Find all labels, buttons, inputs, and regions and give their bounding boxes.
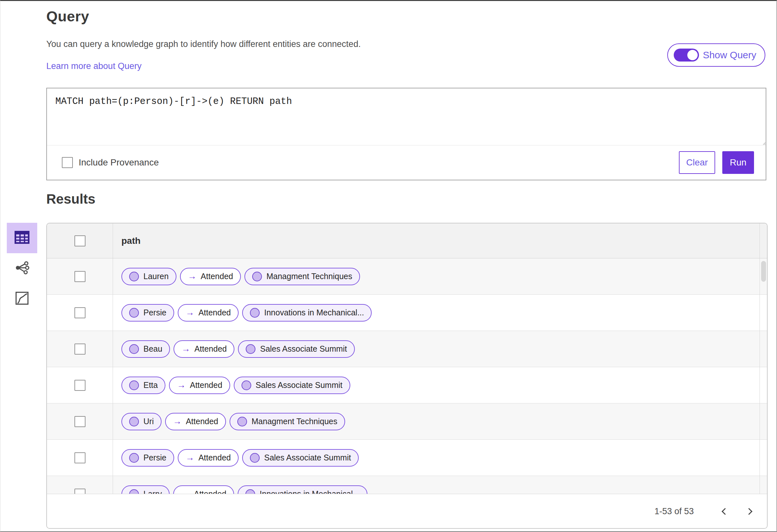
object-label: Sales Associate Summit: [260, 344, 347, 353]
relation-chip[interactable]: → Attended: [174, 340, 234, 358]
entity-node-icon: [246, 344, 255, 354]
include-provenance-label: Include Provenance: [79, 157, 159, 168]
arrow-icon: →: [177, 380, 186, 390]
row-checkbox-cell: [47, 295, 113, 331]
network-icon: [14, 260, 30, 277]
path-cell: Persie → Attended Innovations in Mechani…: [113, 295, 767, 331]
subject-label: Uri: [143, 417, 154, 426]
path-cell: Persie → Attended Sales Associate Summit: [113, 440, 767, 476]
select-all-checkbox[interactable]: [75, 235, 86, 246]
subject-label: Beau: [143, 344, 162, 353]
results-section-title: Results: [46, 191, 96, 207]
arrow-icon: →: [186, 453, 194, 463]
subject-entity-chip[interactable]: Larry: [121, 486, 170, 494]
query-editor-panel: MATCH path=(p:Person)-[r]->(e) RETURN pa…: [46, 88, 766, 180]
object-entity-chip[interactable]: Innovations in Mechanical...: [242, 304, 372, 322]
clear-button[interactable]: Clear: [679, 151, 715, 174]
subject-label: Persie: [143, 453, 166, 462]
chevron-left-icon: [721, 508, 728, 515]
object-entity-chip[interactable]: Innovations in Mechanical...: [238, 486, 367, 494]
object-entity-chip[interactable]: Sales Associate Summit: [242, 449, 359, 466]
subject-entity-chip[interactable]: Uri: [121, 413, 161, 430]
table-row: Etta → Attended Sales Associate Summit: [47, 367, 767, 404]
object-label: Innovations in Mechanical...: [264, 308, 364, 317]
path-cell: Lauren → Attended Managment Techniques: [113, 258, 767, 294]
vertical-scrollbar-thumb[interactable]: [761, 261, 766, 282]
object-entity-chip[interactable]: Sales Associate Summit: [234, 377, 350, 394]
entity-node-icon: [245, 489, 255, 494]
run-button[interactable]: Run: [722, 151, 754, 174]
relation-label: Attended: [186, 417, 218, 426]
row-checkbox[interactable]: [75, 380, 86, 391]
row-checkbox-cell: [47, 476, 113, 494]
network-view-button[interactable]: [7, 253, 37, 284]
query-editor-footer: Include Provenance Clear Run: [47, 145, 766, 180]
row-checkbox[interactable]: [75, 271, 86, 282]
knowledge-graph-query-page: Query You can query a knowledge graph to…: [0, 0, 777, 532]
relation-chip[interactable]: → Attended: [165, 413, 226, 430]
entity-node-icon: [129, 308, 139, 318]
row-checkbox[interactable]: [75, 452, 86, 463]
row-checkbox[interactable]: [75, 343, 86, 354]
query-input[interactable]: MATCH path=(p:Person)-[r]->(e) RETURN pa…: [47, 88, 766, 145]
learn-more-link[interactable]: Learn more about Query: [46, 61, 141, 71]
object-label: Sales Associate Summit: [264, 453, 351, 462]
object-entity-chip[interactable]: Managment Techniques: [244, 268, 360, 285]
row-checkbox[interactable]: [75, 416, 86, 427]
table-view-button[interactable]: [7, 223, 37, 253]
arrow-icon: →: [188, 271, 197, 281]
path-column-header: path: [113, 236, 140, 246]
next-page-button[interactable]: [742, 504, 757, 519]
object-entity-chip[interactable]: Managment Techniques: [230, 413, 345, 430]
path-cell: Beau → Attended Sales Associate Summit: [113, 331, 767, 367]
results-view-switcher: [7, 223, 37, 314]
subject-entity-chip[interactable]: Persie: [121, 304, 174, 322]
relation-chip[interactable]: → Attended: [173, 486, 234, 494]
object-label: Managment Techniques: [251, 417, 337, 426]
row-checkbox[interactable]: [75, 307, 86, 318]
relation-chip[interactable]: → Attended: [178, 449, 239, 466]
table-row: Beau → Attended Sales Associate Summit: [47, 331, 767, 367]
entity-node-icon: [250, 308, 260, 318]
object-label: Innovations in Mechanical...: [260, 489, 360, 494]
relation-label: Attended: [190, 381, 222, 390]
row-checkbox-cell: [47, 440, 113, 476]
relation-label: Attended: [199, 453, 231, 462]
include-provenance-checkbox[interactable]: [62, 157, 73, 168]
row-checkbox[interactable]: [75, 489, 86, 494]
subject-entity-chip[interactable]: Lauren: [121, 268, 177, 285]
object-entity-chip[interactable]: Sales Associate Summit: [238, 340, 354, 358]
relation-label: Attended: [199, 308, 231, 317]
entity-node-icon: [129, 381, 139, 390]
path-cell: Etta → Attended Sales Associate Summit: [113, 367, 767, 403]
entity-node-icon: [129, 453, 139, 463]
toggle-knob: [687, 50, 698, 60]
arrow-icon: →: [181, 344, 190, 354]
subject-entity-chip[interactable]: Etta: [121, 377, 165, 394]
arrow-icon: →: [181, 489, 190, 494]
relation-chip[interactable]: → Attended: [180, 268, 241, 285]
row-checkbox-cell: [47, 404, 113, 439]
chevron-right-icon: [745, 508, 752, 515]
path-cell: Uri → Attended Managment Techniques: [113, 404, 767, 439]
entity-node-icon: [129, 272, 139, 281]
chart-view-button[interactable]: [7, 284, 37, 314]
subject-label: Larry: [143, 489, 162, 494]
results-table-header: path: [47, 223, 767, 258]
query-section-title: Query: [46, 8, 89, 25]
arrow-icon: →: [186, 308, 194, 318]
entity-node-icon: [129, 344, 139, 354]
subject-entity-chip[interactable]: Persie: [121, 449, 174, 466]
subject-label: Persie: [143, 308, 166, 317]
subject-entity-chip[interactable]: Beau: [121, 340, 170, 358]
relation-chip[interactable]: → Attended: [169, 377, 230, 394]
relation-chip[interactable]: → Attended: [178, 304, 239, 322]
table-row: Lauren → Attended Managment Techniques: [47, 258, 767, 295]
relation-label: Attended: [201, 272, 233, 281]
entity-node-icon: [237, 417, 247, 426]
show-query-toggle[interactable]: Show Query: [667, 43, 765, 67]
previous-page-button[interactable]: [716, 504, 731, 519]
relation-label: Attended: [194, 344, 227, 353]
arrow-icon: →: [173, 416, 182, 426]
toggle-on-icon[interactable]: [674, 48, 699, 62]
